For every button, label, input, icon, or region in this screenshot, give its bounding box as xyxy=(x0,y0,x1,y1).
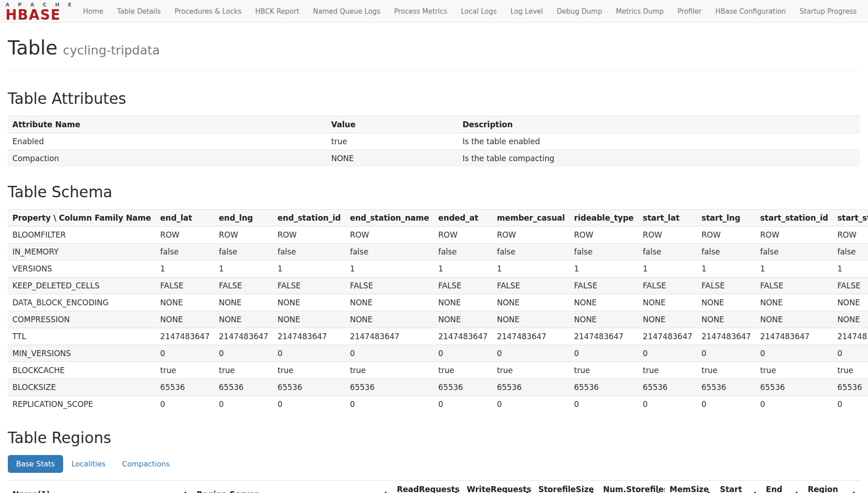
schema-value-cell: 65536 xyxy=(492,379,570,396)
schema-value-cell: NONE xyxy=(638,311,697,328)
regions-col-num-storefiles-12[interactable]: Num.Storefiles (12) xyxy=(598,481,665,493)
schema-value-cell: FALSE xyxy=(697,277,755,294)
schema-value-cell: false xyxy=(833,244,868,260)
regions-tab-localities[interactable]: Localities xyxy=(63,455,114,473)
regions-col-end-key[interactable]: End Key xyxy=(761,481,803,493)
nav-link-named-queue-logs[interactable]: Named Queue Logs xyxy=(306,7,387,16)
hbase-logo[interactable]: A P A C H E HBASE xyxy=(5,2,70,22)
schema-value-cell: FALSE xyxy=(273,277,345,294)
schema-property-cell: BLOCKSIZE xyxy=(8,379,156,396)
sort-icon[interactable] xyxy=(707,492,711,493)
schema-value-cell: NONE xyxy=(570,294,638,311)
schema-col-end-lat: end_lat xyxy=(156,210,214,227)
schema-value-cell: false xyxy=(492,244,570,260)
nav-link-log-level[interactable]: Log Level xyxy=(504,7,550,16)
sort-icon[interactable] xyxy=(753,492,757,493)
schema-value-cell: 0 xyxy=(638,345,697,362)
schema-value-cell: 0 xyxy=(273,396,345,413)
schema-col-member-casual: member_casual xyxy=(492,210,570,227)
nav-item-hbase-configuration: HBase Configuration xyxy=(708,0,793,22)
regions-tab-base-stats[interactable]: Base Stats xyxy=(8,455,63,473)
schema-value-cell: false xyxy=(214,244,273,260)
schema-col-property: Property \ Column Family Name xyxy=(8,210,156,227)
schema-value-cell: 1 xyxy=(345,260,434,277)
nav-item-metrics-dump: Metrics Dump xyxy=(609,0,670,22)
schema-value-cell: 1 xyxy=(492,260,570,277)
schema-col-start-station-id: start_station_id xyxy=(755,210,833,227)
regions-col-label: End Key xyxy=(766,485,782,493)
schema-value-cell: 0 xyxy=(697,345,755,362)
schema-value-cell: NONE xyxy=(570,311,638,328)
nav-link-startup-progress[interactable]: Startup Progress xyxy=(793,7,863,16)
schema-value-cell: true xyxy=(492,362,570,379)
schema-col-start-station-name: start_station_name xyxy=(833,210,868,227)
sort-icon[interactable] xyxy=(795,492,799,493)
sort-icon[interactable] xyxy=(183,492,188,493)
schema-value-cell: 65536 xyxy=(697,379,755,396)
nav-link-process-metrics[interactable]: Process Metrics xyxy=(387,7,454,16)
schema-property-cell: VERSIONS xyxy=(8,260,156,277)
schema-header-row: Property \ Column Family Nameend_latend_… xyxy=(8,210,868,227)
schema-value-cell: 2147483647 xyxy=(214,328,273,345)
regions-col-region-server[interactable]: Region Server xyxy=(192,481,392,493)
sort-icon[interactable] xyxy=(454,492,458,493)
schema-row-bloomfilter: BLOOMFILTERROWROWROWROWROWROWROWROWROWRO… xyxy=(8,227,868,244)
regions-col-readrequests-0[interactable]: ReadRequests (0) xyxy=(392,481,462,493)
schema-row-in-memory: IN_MEMORYfalsefalsefalsefalsefalsefalsef… xyxy=(8,244,868,260)
regions-col-storefilesize-61-mb[interactable]: StorefileSize (61 MB) xyxy=(534,481,598,493)
schema-value-cell: ROW xyxy=(273,227,345,244)
regions-col-region-state[interactable]: Region State xyxy=(803,481,860,493)
schema-value-cell: ROW xyxy=(492,227,570,244)
schema-col-start-lat: start_lat xyxy=(638,210,697,227)
sort-icon[interactable] xyxy=(590,492,594,493)
schema-value-cell: 0 xyxy=(638,396,697,413)
schema-property-cell: DATA_BLOCK_ENCODING xyxy=(8,294,156,311)
schema-value-cell: false xyxy=(570,244,638,260)
schema-value-cell: 1 xyxy=(156,260,214,277)
regions-col-start-key[interactable]: Start Key xyxy=(715,481,761,493)
attribute-row-enabled: EnabledtrueIs the table enabled xyxy=(8,133,860,150)
schema-value-cell: ROW xyxy=(755,227,833,244)
schema-value-cell: NONE xyxy=(755,311,833,328)
nav-link-profiler[interactable]: Profiler xyxy=(670,7,708,16)
schema-property-cell: IN_MEMORY xyxy=(8,244,156,260)
schema-value-cell: FALSE xyxy=(156,277,214,294)
schema-value-cell: 0 xyxy=(156,345,214,362)
nav-link-hbck-report[interactable]: HBCK Report xyxy=(248,7,306,16)
attr-col-description: Description xyxy=(458,116,860,133)
schema-value-cell: FALSE xyxy=(434,277,492,294)
sort-icon[interactable] xyxy=(657,492,661,493)
nav-item-process-metrics: Process Metrics xyxy=(387,0,454,22)
schema-value-cell: NONE xyxy=(214,311,273,328)
regions-tab-compactions[interactable]: Compactions xyxy=(114,455,178,473)
attr-col-value: Value xyxy=(327,116,458,133)
schema-value-cell: NONE xyxy=(492,311,570,328)
schema-value-cell: true xyxy=(214,362,273,379)
regions-col-writerequests-1[interactable]: WriteRequests (1) xyxy=(462,481,534,493)
nav-link-procedures-locks[interactable]: Procedures & Locks xyxy=(167,7,248,16)
schema-row-blocksize: BLOCKSIZE6553665536655366553665536655366… xyxy=(8,379,868,396)
schema-value-cell: false xyxy=(755,244,833,260)
schema-value-cell: 2147483647 xyxy=(697,328,755,345)
schema-value-cell: ROW xyxy=(638,227,697,244)
regions-col-memsize-0-mb[interactable]: MemSize (0 MB) xyxy=(665,481,715,493)
schema-value-cell: 0 xyxy=(434,396,492,413)
sort-icon[interactable] xyxy=(852,492,856,493)
sort-icon[interactable] xyxy=(525,492,529,493)
attribute-cell: true xyxy=(327,133,458,150)
schema-value-cell: FALSE xyxy=(345,277,434,294)
nav-link-home[interactable]: Home xyxy=(76,7,110,16)
nav-link-hbase-configuration[interactable]: HBase Configuration xyxy=(708,7,793,16)
nav-link-table-details[interactable]: Table Details xyxy=(110,7,168,16)
nav-item-local-logs: Local Logs xyxy=(454,0,503,22)
nav-link-debug-dump[interactable]: Debug Dump xyxy=(550,7,609,16)
nav-link-metrics-dump[interactable]: Metrics Dump xyxy=(609,7,670,16)
regions-col-name-1[interactable]: Name(1) xyxy=(8,481,192,493)
schema-value-cell: 0 xyxy=(570,396,638,413)
sort-icon[interactable] xyxy=(384,492,388,493)
schema-value-cell: NONE xyxy=(638,294,697,311)
attributes-heading: Table Attributes xyxy=(8,90,860,108)
nav-link-local-logs[interactable]: Local Logs xyxy=(454,7,503,16)
schema-property-cell: TTL xyxy=(8,328,156,345)
schema-value-cell: false xyxy=(638,244,697,260)
